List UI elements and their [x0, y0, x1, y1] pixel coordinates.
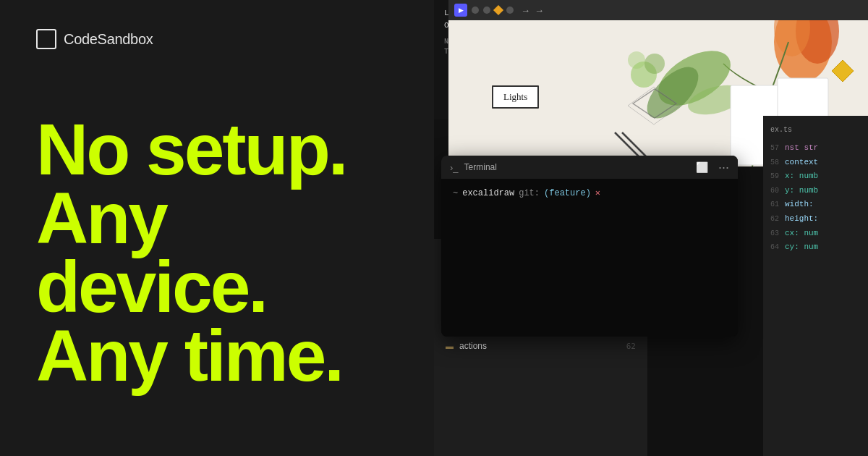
code-line: 64cy: num [763, 240, 868, 255]
code-line-number: 63 [770, 228, 785, 240]
code-line-number: 62 [770, 214, 785, 225]
hero-line-2: Any device. [36, 184, 412, 321]
terminal-window: ›_ Terminal ⬜ ··· ~ excalidraw git: (fea… [441, 156, 738, 337]
code-line-content: nst str [785, 142, 818, 155]
folder-icon: ▬ [446, 340, 454, 353]
arrow-right-icon: → [535, 5, 544, 16]
hero-line-1: No setup. [36, 115, 412, 184]
code-line-number: 57 [770, 143, 785, 154]
code-line: 59x: numb [763, 169, 868, 184]
terminal-arrow-icon: ›_ [450, 162, 459, 173]
code-line-number: 60 [770, 185, 785, 197]
code-line: 58context [763, 156, 868, 170]
code-line-content: cy: num [785, 241, 818, 254]
svg-point-8 [644, 54, 665, 74]
code-line-number: 59 [770, 171, 785, 182]
toolbar-dot-3 [506, 7, 514, 14]
left-panel: CodeSandbox No setup. Any device. Any ti… [0, 0, 448, 456]
code-line: 60y: numb [763, 184, 868, 198]
play-button[interactable]: ▶ [454, 4, 467, 17]
lights-box: Lights [492, 85, 539, 109]
code-line-content: width: [785, 198, 814, 211]
file-name: actions [459, 339, 487, 353]
logo-area: CodeSandbox [36, 29, 412, 49]
code-line-number: 61 [770, 199, 785, 211]
toolbar-dot-2 [483, 7, 490, 14]
logo-text: CodeSandbox [64, 31, 153, 48]
terminal-prompt: ~ excalidraw git: (feature) ✕ [453, 187, 726, 198]
code-line: 63cx: num [763, 227, 868, 241]
svg-point-9 [628, 51, 645, 69]
arrow-icon: → [521, 5, 530, 16]
terminal-titlebar: ›_ Terminal ⬜ ··· [441, 156, 738, 179]
toolbar-dot-1 [472, 7, 479, 14]
code-line-content: context [785, 156, 818, 169]
toolbar-diamond [493, 5, 503, 15]
terminal-title: Terminal [464, 162, 690, 172]
line-number: 62 [626, 340, 636, 353]
design-toolbar: ▶ → → [448, 0, 868, 20]
code-filename: ex.ts [763, 123, 868, 137]
code-line: 62height: [763, 212, 868, 227]
terminal-body: ~ excalidraw git: (feature) ✕ [441, 179, 738, 337]
file-item[interactable]: ▬actions62 [434, 337, 647, 355]
hero-text: No setup. Any device. Any time. [36, 78, 412, 427]
hero-line-3: Any time. [36, 321, 412, 390]
code-line: 61width: [763, 198, 868, 212]
code-line-content: y: numb [785, 185, 818, 198]
code-line: 57nst str [763, 141, 868, 156]
terminal-expand-icon[interactable]: ⬜ [696, 161, 708, 173]
terminal-menu-icon[interactable]: ··· [718, 160, 729, 175]
code-line-number: 64 [770, 242, 785, 253]
code-line-number: 58 [770, 157, 785, 169]
code-line-content: height: [785, 213, 818, 226]
code-editor: ex.ts 57nst str58context59x: numb60y: nu… [763, 116, 868, 456]
right-panel: Local: http://localhost:3000 On Your Net… [434, 0, 868, 456]
code-line-content: x: numb [785, 170, 818, 183]
code-line-content: cx: num [785, 227, 818, 240]
logo-icon [36, 29, 56, 49]
